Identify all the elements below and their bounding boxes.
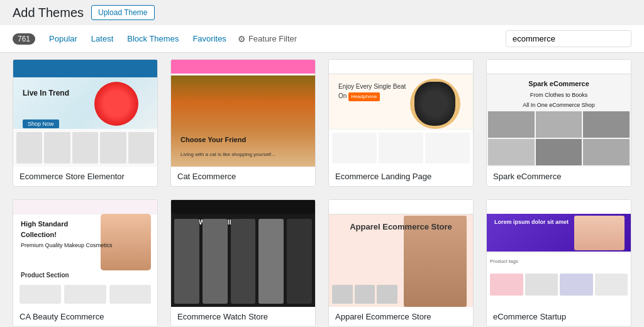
theme-preview-7: Apparel Ecommerce Store: [329, 200, 473, 307]
theme-card-4[interactable]: Spark eCommerce From Clothes to BooksAll…: [486, 59, 631, 187]
theme-name-4: Spark eCommerce: [487, 167, 631, 186]
filter-favorites[interactable]: Favorites: [186, 31, 232, 46]
theme-name-7: Apparel Ecommerce Store: [329, 307, 473, 326]
theme-name-2: Cat Ecommerce: [171, 167, 315, 186]
preview-beauty-products: [19, 285, 151, 304]
filter-block-themes[interactable]: Block Themes: [121, 31, 185, 46]
theme-preview-6: Latest Watch Collection: [171, 200, 315, 307]
themes-grid: Live In Trend Shop Now Ecommerce Store E…: [0, 53, 644, 327]
page-header: Add Themes Upload Theme: [0, 0, 644, 25]
preview-startup-bottom: Product tags: [487, 253, 631, 307]
theme-preview-5: High StandardCollection! Premium Quality…: [13, 200, 157, 307]
preview-startup-products: [490, 274, 628, 296]
preview-choose-text: Choose Your Friend: [180, 135, 246, 145]
preview-shoes: [574, 216, 625, 250]
theme-preview-3: Enjoy Every Single Beat On Headphone: [329, 60, 473, 167]
preview-headphone-3: [414, 82, 455, 126]
preview-product-tags: Product tags: [490, 258, 628, 264]
theme-preview-4: Spark eCommerce From Clothes to BooksAll…: [487, 60, 631, 167]
theme-card-3[interactable]: Enjoy Every Single Beat On Headphone Eco…: [328, 59, 474, 187]
preview-text-3: Enjoy Every Single Beat On Headphone: [338, 82, 406, 101]
preview-spark-grid: [487, 110, 631, 167]
theme-name-1: Ecommerce Store Elementor: [13, 167, 157, 186]
theme-count-badge: 761: [13, 33, 35, 45]
theme-card-8[interactable]: Lorem ipsum dolor sit amet Product tags …: [486, 199, 631, 327]
feature-filter[interactable]: ⚙ Feature Filter: [238, 34, 297, 44]
filter-bar: 761 Popular Latest Block Themes Favorite…: [0, 25, 644, 53]
theme-card-2[interactable]: Choose Your Friend Living with a cat is …: [170, 59, 316, 187]
filter-latest[interactable]: Latest: [85, 31, 119, 46]
theme-name-3: Ecommerce Landing Page: [329, 167, 473, 186]
preview-beauty-text: High StandardCollection! Premium Quality…: [21, 219, 113, 250]
theme-card-1[interactable]: Live In Trend Shop Now Ecommerce Store E…: [13, 59, 158, 187]
preview-hero-text: Lorem ipsum dolor sit amet: [494, 219, 569, 225]
theme-preview-1: Live In Trend Shop Now: [13, 60, 157, 167]
preview-products-row: [13, 129, 157, 167]
gear-icon: ⚙: [238, 34, 246, 44]
theme-name-6: Ecommerce Watch Store: [171, 307, 315, 326]
theme-name-8: eCommerce Startup: [487, 307, 631, 326]
preview-headline: Live In Trend: [23, 88, 69, 99]
preview-product-section: Product Section: [21, 272, 69, 279]
preview-headphone-decoration: [94, 82, 138, 126]
theme-card-7[interactable]: Apparel Ecommerce Store Apparel Ecommerc…: [328, 199, 474, 327]
theme-preview-8: Lorem ipsum dolor sit amet Product tags: [487, 200, 631, 307]
upload-theme-button[interactable]: Upload Theme: [91, 5, 155, 20]
preview-apparel-text: Apparel Ecommerce Store: [329, 222, 473, 231]
theme-card-6[interactable]: Latest Watch Collection Ecommerce Watch …: [170, 199, 316, 327]
preview-cta-btn: Shop Now: [23, 119, 59, 128]
preview-spark-title: Spark eCommerce From Clothes to BooksAll…: [487, 79, 631, 110]
theme-preview-2: Choose Your Friend Living with a cat is …: [171, 60, 315, 167]
preview-watches: [171, 216, 315, 307]
filter-left: 761 Popular Latest Block Themes Favorite…: [13, 31, 297, 46]
preview-bottom-3: [329, 129, 473, 167]
filter-popular[interactable]: Popular: [43, 31, 84, 46]
theme-name-5: CA Beauty Ecommerce: [13, 307, 157, 326]
theme-card-5[interactable]: High StandardCollection! Premium Quality…: [13, 199, 158, 327]
search-input[interactable]: [506, 30, 631, 47]
preview-sub-text: Living with a cat is like shopping yours…: [180, 152, 275, 157]
preview-apparel-products: [332, 285, 397, 304]
page-title: Add Themes: [13, 6, 84, 20]
